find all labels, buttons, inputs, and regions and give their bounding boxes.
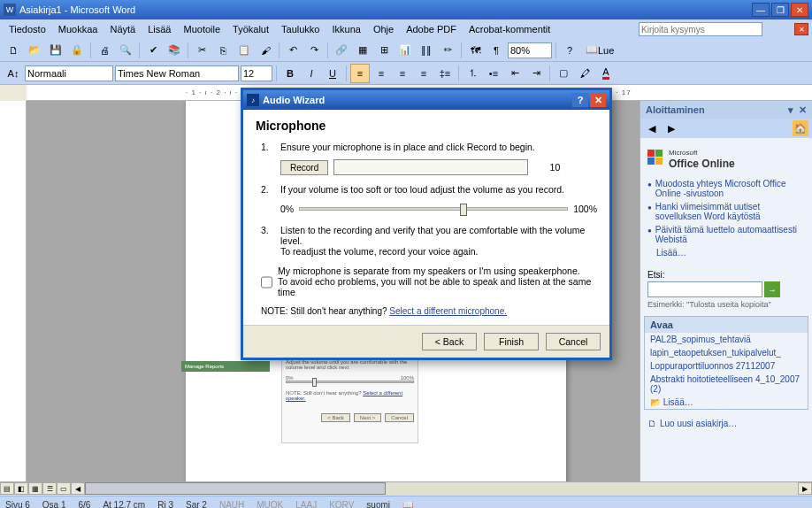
close-button[interactable]: ✕ bbox=[791, 3, 808, 17]
view-normal-icon[interactable]: ▤ bbox=[0, 482, 14, 495]
borders-icon[interactable]: ▢ bbox=[554, 64, 573, 83]
show-marks-icon[interactable]: ¶ bbox=[486, 41, 506, 60]
dialog-close-button[interactable]: ✕ bbox=[590, 93, 606, 107]
help-icon[interactable]: ? bbox=[560, 41, 579, 60]
print-icon[interactable]: 🖨 bbox=[95, 41, 114, 60]
font-color-icon[interactable]: A bbox=[596, 64, 616, 83]
menu-ikkuna[interactable]: Ikkuna bbox=[326, 22, 365, 36]
align-right-icon[interactable]: ≡ bbox=[393, 64, 412, 83]
menu-lisaa[interactable]: Lisää bbox=[142, 22, 176, 36]
menu-taulukko[interactable]: Taulukko bbox=[276, 22, 325, 36]
paste-icon[interactable]: 📋 bbox=[234, 41, 254, 60]
select-different-mic-link[interactable]: Select a different microphone. bbox=[389, 306, 507, 316]
nav-forward-icon[interactable]: ▶ bbox=[663, 120, 679, 136]
copy-icon[interactable]: ⎘ bbox=[213, 41, 233, 60]
fontsize-combo[interactable]: 12 bbox=[241, 65, 272, 81]
back-button[interactable]: < Back bbox=[422, 333, 477, 350]
view-web-icon[interactable]: ◧ bbox=[14, 482, 28, 495]
increase-indent-icon[interactable]: ⇥ bbox=[526, 64, 546, 83]
underline-icon[interactable]: U bbox=[323, 64, 342, 83]
decrease-indent-icon[interactable]: ⇤ bbox=[505, 64, 525, 83]
menu-muotoile[interactable]: Muotoile bbox=[178, 22, 226, 36]
status-book-icon[interactable]: 📖 bbox=[402, 500, 413, 508]
menu-ohje[interactable]: Ohje bbox=[368, 22, 399, 36]
menu-tiedosto[interactable]: Tiedosto bbox=[4, 22, 51, 36]
nav-home-icon[interactable]: 🏠 bbox=[793, 120, 808, 136]
help-question-input[interactable] bbox=[639, 22, 762, 36]
status-muok[interactable]: MUOK bbox=[257, 500, 283, 508]
bullets-icon[interactable]: •≡ bbox=[484, 64, 503, 83]
volume-slider[interactable] bbox=[299, 207, 568, 211]
research-icon[interactable]: 📚 bbox=[165, 41, 184, 60]
record-button[interactable]: Record bbox=[280, 160, 328, 175]
new-doc-icon[interactable]: 🗋 bbox=[4, 41, 23, 60]
view-outline-icon[interactable]: ☰ bbox=[42, 482, 57, 495]
finish-button[interactable]: Finish bbox=[484, 333, 539, 350]
menu-muokkaa[interactable]: Muokkaa bbox=[53, 22, 103, 36]
view-print-icon[interactable]: ▦ bbox=[28, 482, 42, 495]
scroll-right-icon[interactable]: ▶ bbox=[798, 482, 812, 495]
status-nauh[interactable]: NAUH bbox=[219, 500, 244, 508]
styles-pane-icon[interactable]: A↕ bbox=[4, 64, 23, 83]
scroll-left-icon[interactable]: ◀ bbox=[71, 482, 85, 495]
menu-adobe-pdf[interactable]: Adobe PDF bbox=[401, 22, 462, 36]
format-painter-icon[interactable]: 🖌 bbox=[256, 41, 275, 60]
recent-doc-more[interactable]: 📂 Lisää… bbox=[645, 396, 808, 409]
cancel-button[interactable]: Cancel bbox=[546, 333, 601, 350]
recent-doc-1[interactable]: lapin_etaopetuksen_tukipalvelut_ bbox=[645, 346, 808, 359]
bold-icon[interactable]: B bbox=[280, 64, 300, 83]
search-go-button[interactable]: → bbox=[764, 281, 780, 297]
link-muodosta[interactable]: Muodosta yhteys Microsoft Office Online … bbox=[647, 177, 805, 200]
font-combo[interactable]: Times New Roman bbox=[115, 65, 239, 81]
status-lang[interactable]: suomi bbox=[366, 500, 390, 508]
horizontal-scrollbar[interactable]: ▤ ◧ ▦ ☰ ▭ ◀ ▶ bbox=[0, 481, 812, 496]
numbering-icon[interactable]: ⒈ bbox=[463, 64, 482, 83]
link-hanki[interactable]: Hanki viimeisimmät uutiset sovelluksen W… bbox=[647, 200, 805, 223]
insert-table-icon[interactable]: ⊞ bbox=[374, 41, 394, 60]
dialog-titlebar[interactable]: ♪ Audio Wizard ? ✕ bbox=[243, 90, 609, 110]
highlight-icon[interactable]: 🖍 bbox=[575, 64, 594, 83]
taskpane-dropdown-icon[interactable]: ▾ bbox=[788, 104, 793, 116]
separate-mic-checkbox[interactable] bbox=[261, 267, 272, 297]
scrollbar-thumb[interactable] bbox=[85, 482, 386, 495]
redo-icon[interactable]: ↷ bbox=[304, 41, 324, 60]
columns-icon[interactable]: ‖‖ bbox=[417, 41, 436, 60]
spellcheck-icon[interactable]: ✔ bbox=[143, 41, 163, 60]
align-center-icon[interactable]: ≡ bbox=[372, 64, 391, 83]
recent-doc-3[interactable]: Abstrakti hoitotieteelliseen 4_10_2007 (… bbox=[645, 373, 808, 396]
excel-icon[interactable]: 📊 bbox=[395, 41, 415, 60]
undo-icon[interactable]: ↶ bbox=[283, 41, 303, 60]
drawing-icon[interactable]: ✏ bbox=[438, 41, 457, 60]
status-laaj[interactable]: LAAJ bbox=[295, 500, 317, 508]
taskpane-close-icon[interactable]: ✕ bbox=[799, 104, 807, 116]
menu-acrobat[interactable]: Acrobat-kommentit bbox=[463, 22, 555, 36]
nav-back-icon[interactable]: ◀ bbox=[644, 120, 660, 136]
dialog-help-button[interactable]: ? bbox=[572, 93, 588, 107]
line-spacing-icon[interactable]: ‡≡ bbox=[435, 64, 455, 83]
open-icon[interactable]: 📂 bbox=[25, 41, 44, 60]
minimize-button[interactable]: — bbox=[752, 3, 770, 17]
recent-doc-0[interactable]: PAL2B_sopimus_tehtaviä bbox=[645, 333, 808, 346]
link-lisaa[interactable]: Lisää… bbox=[647, 246, 805, 259]
doc-map-icon[interactable]: 🗺 bbox=[465, 41, 485, 60]
doc-close-button[interactable]: ✕ bbox=[794, 23, 808, 35]
read-mode-button[interactable]: 📖 Lue bbox=[581, 41, 618, 60]
permissions-icon[interactable]: 🔒 bbox=[67, 41, 87, 60]
hyperlink-icon[interactable]: 🔗 bbox=[332, 41, 351, 60]
recent-doc-2[interactable]: Loppuraporttiluonnos 27112007 bbox=[645, 359, 808, 373]
justify-icon[interactable]: ≡ bbox=[414, 64, 433, 83]
slider-thumb[interactable] bbox=[460, 204, 467, 216]
create-new-doc-link[interactable]: 🗋 Luo uusi asiakirja… bbox=[640, 413, 812, 434]
restore-button[interactable]: ❐ bbox=[771, 3, 789, 17]
save-icon[interactable]: 💾 bbox=[46, 41, 65, 60]
style-combo[interactable]: Normaali bbox=[25, 65, 113, 81]
align-left-icon[interactable]: ≡ bbox=[350, 64, 370, 83]
vertical-ruler[interactable] bbox=[0, 101, 27, 481]
search-input[interactable] bbox=[647, 281, 762, 297]
print-preview-icon[interactable]: 🔍 bbox=[116, 41, 135, 60]
menu-tyokalut[interactable]: Työkalut bbox=[227, 22, 274, 36]
menu-nayta[interactable]: Näytä bbox=[104, 22, 141, 36]
link-paivita[interactable]: Päivitä tämä luettelo automaattisesti We… bbox=[647, 223, 805, 246]
cut-icon[interactable]: ✂ bbox=[192, 41, 211, 60]
view-reading-icon[interactable]: ▭ bbox=[57, 482, 71, 495]
